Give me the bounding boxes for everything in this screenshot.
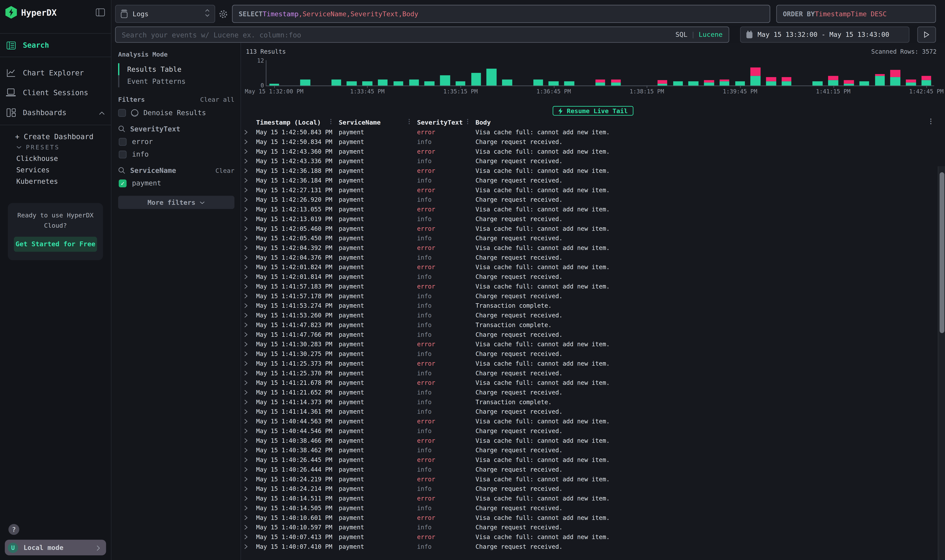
table-row[interactable]: May 15 1:42:50.834 PMpaymentinfoCharge r… (241, 137, 945, 146)
table-row[interactable]: May 15 1:41:57.183 PMpaymenterrorVisa ca… (241, 282, 945, 291)
table-row[interactable]: May 15 1:40:10.597 PMpaymentinfoCharge r… (241, 522, 945, 532)
table-row[interactable]: May 15 1:40:26.445 PMpaymenterrorVisa ca… (241, 455, 945, 465)
table-row[interactable]: May 15 1:42:43.336 PMpaymentinfoCharge r… (241, 156, 945, 166)
row-expand-icon[interactable] (244, 457, 250, 462)
search-input[interactable]: Search your events w/ Lucene ex. column:… (115, 26, 729, 43)
table-row[interactable]: May 15 1:40:38.466 PMpaymenterrorVisa ca… (241, 435, 945, 445)
row-expand-icon[interactable] (244, 360, 250, 366)
histogram-bar[interactable] (393, 82, 403, 86)
histogram-bar[interactable] (269, 83, 279, 86)
row-expand-icon[interactable] (244, 409, 250, 414)
histogram-bar[interactable] (611, 79, 621, 86)
denoise-checkbox[interactable] (118, 109, 126, 117)
table-row[interactable]: May 15 1:40:24.214 PMpaymentinfoCharge r… (241, 484, 945, 493)
table-row[interactable]: May 15 1:40:24.219 PMpaymenterrorVisa ca… (241, 474, 945, 484)
histogram-bar[interactable] (595, 79, 605, 86)
severity-error-checkbox[interactable] (119, 138, 126, 145)
column-resize-handle[interactable]: ⋮ (328, 118, 334, 125)
table-row[interactable]: May 15 1:42:04.376 PMpaymentinfoCharge r… (241, 252, 945, 262)
histogram-bar[interactable] (704, 80, 714, 85)
table-row[interactable]: May 15 1:41:14.361 PMpaymentinfoCharge r… (241, 406, 945, 416)
histogram-bar[interactable] (300, 79, 310, 86)
row-expand-icon[interactable] (244, 505, 250, 511)
histogram-bar[interactable] (331, 79, 341, 86)
histogram-bar[interactable] (487, 69, 496, 85)
table-row[interactable]: May 15 1:42:36.184 PMpaymentinfoCharge r… (241, 175, 945, 185)
get-started-button[interactable]: Get Started for Free (14, 236, 97, 252)
row-expand-icon[interactable] (244, 168, 250, 173)
histogram-bar[interactable] (424, 82, 434, 86)
row-expand-icon[interactable] (244, 495, 250, 501)
gear-icon[interactable] (219, 9, 228, 18)
histogram-bar[interactable] (875, 74, 885, 86)
severity-info-checkbox[interactable] (119, 150, 126, 158)
row-expand-icon[interactable] (244, 312, 250, 318)
lucene-toggle[interactable]: Lucene (698, 31, 723, 38)
more-filters-button[interactable]: More filters (118, 196, 234, 209)
denoise-label[interactable]: Denoise Results (143, 109, 206, 117)
row-expand-icon[interactable] (244, 418, 250, 424)
sql-toggle[interactable]: SQL (675, 31, 688, 38)
table-row[interactable]: May 15 1:42:26.920 PMpaymentinfoCharge r… (241, 195, 945, 204)
row-expand-icon[interactable] (244, 341, 250, 347)
row-expand-icon[interactable] (244, 322, 250, 327)
table-row[interactable]: May 15 1:41:53.274 PMpaymentinfoTransact… (241, 300, 945, 310)
histogram-bar[interactable] (766, 77, 776, 86)
table-row[interactable]: May 15 1:41:30.283 PMpaymenterrorVisa ca… (241, 339, 945, 349)
table-row[interactable]: May 15 1:41:30.275 PMpaymentinfoCharge r… (241, 349, 945, 358)
histogram-bar[interactable] (720, 79, 729, 86)
mode-results-table[interactable]: Results Table (118, 63, 234, 75)
histogram-bar[interactable] (735, 82, 745, 86)
mode-event-patterns[interactable]: Event Patterns (118, 75, 234, 88)
run-query-button[interactable] (917, 26, 936, 43)
histogram-bar[interactable] (782, 77, 791, 86)
table-row[interactable]: May 15 1:41:47.823 PMpaymentinfoTransact… (241, 320, 945, 329)
table-row[interactable]: May 15 1:40:07.413 PMpaymenterrorVisa ca… (241, 532, 945, 542)
row-expand-icon[interactable] (244, 197, 250, 202)
table-row[interactable]: May 15 1:40:38.462 PMpaymentinfoCharge r… (241, 445, 945, 455)
row-expand-icon[interactable] (244, 466, 250, 472)
histogram-bar[interactable] (844, 80, 854, 85)
histogram-bar[interactable] (906, 79, 916, 86)
user-menu[interactable]: U Local mode (5, 540, 106, 555)
row-expand-icon[interactable] (244, 399, 250, 405)
histogram-bar[interactable] (549, 82, 559, 86)
table-row[interactable]: May 15 1:41:53.260 PMpaymentinfoCharge r… (241, 310, 945, 320)
table-options-icon[interactable]: ⋮ (928, 117, 934, 125)
order-by-input[interactable]: ORDER BY TimestampTime DESC (776, 5, 936, 23)
table-row[interactable]: May 15 1:42:04.392 PMpaymenterrorVisa ca… (241, 243, 945, 252)
row-expand-icon[interactable] (244, 389, 250, 395)
histogram-bar[interactable] (828, 76, 838, 85)
table-row[interactable]: May 15 1:41:14.373 PMpaymentinfoTransact… (241, 397, 945, 406)
histogram-bar[interactable] (751, 68, 760, 85)
histogram-bar[interactable] (564, 82, 574, 86)
row-expand-icon[interactable] (244, 351, 250, 356)
results-histogram[interactable]: 12 0 May 15 1:32:00 PM1:33:45 PM1:35:15 … (241, 57, 945, 96)
row-expand-icon[interactable] (244, 515, 250, 520)
histogram-bar[interactable] (533, 79, 543, 86)
col-header-timestamp[interactable]: Timestamp (Local) (256, 118, 339, 126)
table-row[interactable]: May 15 1:42:13.019 PMpaymentinfoCharge r… (241, 214, 945, 223)
row-expand-icon[interactable] (244, 274, 250, 279)
service-payment-checkbox[interactable]: ✓ (119, 179, 126, 187)
row-expand-icon[interactable] (244, 370, 250, 375)
table-row[interactable]: May 15 1:40:44.563 PMpaymenterrorVisa ca… (241, 416, 945, 426)
row-expand-icon[interactable] (244, 264, 250, 269)
row-expand-icon[interactable] (244, 139, 250, 144)
row-expand-icon[interactable] (244, 226, 250, 231)
table-row[interactable]: May 15 1:42:05.460 PMpaymenterrorVisa ca… (241, 223, 945, 233)
histogram-bar[interactable] (347, 82, 357, 86)
table-row[interactable]: May 15 1:41:57.178 PMpaymentinfoCharge r… (241, 291, 945, 300)
row-expand-icon[interactable] (244, 525, 250, 530)
row-expand-icon[interactable] (244, 283, 250, 289)
table-row[interactable]: May 15 1:42:43.360 PMpaymenterrorVisa ca… (241, 146, 945, 156)
histogram-bar[interactable] (502, 79, 512, 86)
row-expand-icon[interactable] (244, 534, 250, 540)
table-row[interactable]: May 15 1:42:36.188 PMpaymenterrorVisa ca… (241, 166, 945, 175)
row-expand-icon[interactable] (244, 158, 250, 163)
col-header-servicename[interactable]: ServiceName (339, 118, 417, 126)
histogram-bar[interactable] (813, 82, 823, 86)
severity-info-label[interactable]: info (132, 150, 149, 158)
table-row[interactable]: May 15 1:42:01.814 PMpaymentinfoCharge r… (241, 272, 945, 282)
row-expand-icon[interactable] (244, 380, 250, 385)
